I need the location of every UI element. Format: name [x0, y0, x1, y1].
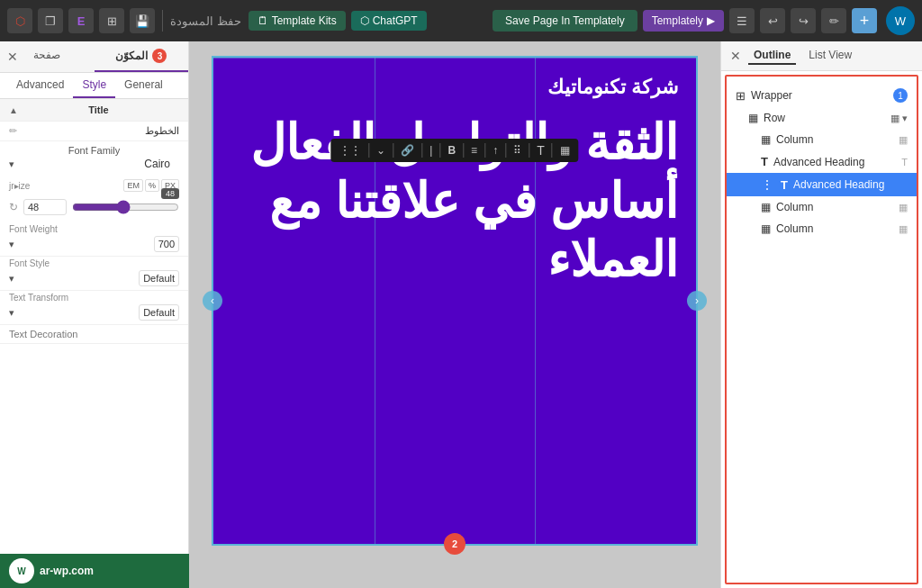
font-weight-label: Font Weight [9, 224, 179, 234]
subtab-style[interactable]: Style [73, 73, 115, 98]
canvas-resize-handle-2[interactable]: 2 [444, 533, 466, 555]
subtab-advanced[interactable]: Advanced [7, 73, 73, 98]
right-panel: ✕ Outline List View ⊞ Wrapper 1 ▦ Row ▦ … [720, 41, 922, 588]
wordpress-button[interactable]: W [886, 6, 915, 35]
canvas-menu-btn[interactable]: ⋮⋮ [336, 142, 365, 158]
tree-item-column-2[interactable]: ▦ Column ▦ [727, 196, 917, 218]
top-toolbar: ⬡ ❐ E ⊞ 💾 حفظ المسودة 🗒 Template Kits ⬡ … [0, 0, 922, 41]
wp-icon: W [895, 14, 906, 28]
add-button[interactable]: + [852, 8, 877, 33]
undo-button[interactable]: ↩ [760, 8, 785, 33]
canvas-area: ⋮⋮ ⌄ 🔗 | B ≡ ↑ ⠿ T ▦ [189, 41, 720, 588]
right-panel-header: ✕ Outline List View [721, 41, 922, 71]
title-section-header[interactable]: ▲ Title [0, 99, 188, 122]
font-weight-value[interactable]: 700 [154, 236, 179, 252]
em-unit-btn[interactable]: EM [123, 179, 143, 192]
canvas-drag-btn[interactable]: ⠿ [510, 142, 525, 158]
font-style-dropdown[interactable]: ▾ [9, 273, 14, 285]
adv-heading-active-icon: T [781, 178, 788, 192]
canvas-type-btn[interactable]: T [533, 141, 548, 159]
font-dropdown-arrow[interactable]: ▾ [9, 158, 14, 170]
left-panel: ✕ صفحة المكوّن 3 Advanced Style General … [0, 41, 189, 588]
text-transform-value[interactable]: Default [139, 304, 179, 321]
size-input[interactable]: 48 [23, 199, 67, 215]
row-icon: ▦ [748, 112, 758, 124]
edit-button[interactable]: ✏ [821, 8, 846, 33]
redo-button[interactable]: ↪ [791, 8, 816, 33]
size-input-row: ↻ 48 48 [0, 195, 188, 222]
hamburger-button[interactable]: ☰ [729, 8, 755, 33]
main-layout: ✕ صفحة المكوّن 3 Advanced Style General … [0, 41, 922, 588]
text-transform-row: Text Transform ▾ Default [0, 291, 188, 325]
canvas-wrapper: شركة تكنوماتيك الثقة والتواصل الفعال أسا… [212, 56, 698, 546]
canvas-link-btn[interactable]: 🔗 [397, 142, 418, 158]
font-family-label-row: Font Family [0, 141, 188, 156]
tab-list-view[interactable]: List View [803, 47, 857, 65]
bottom-watermark: W ar-wp.com [0, 554, 189, 588]
canvas-up-btn[interactable]: ↑ [489, 142, 502, 158]
canvas-cols-btn[interactable]: ▦ [556, 142, 574, 158]
chatgpt-button[interactable]: ⬡ ChatGPT [351, 11, 427, 31]
adv-heading-parent-icon: T [761, 155, 768, 168]
save-page-button[interactable]: Save Page In Templately [493, 10, 637, 32]
font-weight-dropdown[interactable]: ▾ [9, 239, 14, 250]
text-decoration-label: Text Decoration [9, 329, 77, 339]
col1-icon-right: ▦ [899, 134, 908, 146]
tree-item-adv-heading-active[interactable]: ⋮ T Advanced Heading [727, 173, 917, 196]
tab-outline[interactable]: Outline [748, 47, 796, 65]
font-family-value[interactable]: Cairo [135, 156, 179, 172]
col2-icon-right: ▦ [899, 202, 908, 213]
size-slider[interactable] [72, 197, 179, 217]
collapse-icon: ❐ [45, 14, 56, 28]
canvas-align-btn[interactable]: ≡ [467, 142, 481, 158]
font-style-row: Font Style ▾ Default [0, 257, 188, 291]
collapse-panel-btn[interactable]: ❐ [38, 8, 63, 33]
row-expand-btn[interactable]: ▦ ▾ [890, 113, 908, 124]
elementor-logo-btn[interactable]: ⬡ [7, 8, 32, 33]
watermark-logo-letter: W [17, 566, 25, 576]
tree-item-row[interactable]: ▦ Row ▦ ▾ [727, 107, 917, 129]
draft-button[interactable]: حفظ المسودة [170, 14, 241, 28]
tree-item-column-3[interactable]: ▦ Column ▦ [727, 218, 917, 240]
section-chevron: ▲ [9, 105, 18, 115]
tab-element[interactable]: المكوّن 3 [95, 41, 189, 72]
sub-tabs: Advanced Style General [0, 73, 188, 99]
tree-item-column-1[interactable]: ▦ Column ▦ [727, 129, 917, 150]
text-transform-label: Text Transform [9, 293, 179, 303]
tree-item-adv-heading-parent[interactable]: T Advanced Heading T [727, 150, 917, 173]
percent-unit-btn[interactable]: % [145, 179, 159, 192]
close-panel-button[interactable]: ✕ [7, 50, 18, 64]
templately-button[interactable]: Templately ▶ [643, 10, 724, 32]
col3-icon: ▦ [761, 222, 771, 235]
canvas-expand-btn[interactable]: ⌄ [373, 142, 389, 158]
wrapper-icon: ⊞ [736, 89, 746, 103]
template-kits-button[interactable]: 🗒 Template Kits [249, 11, 346, 31]
adv-heading-type-icon: T [901, 157, 908, 167]
close-right-panel-button[interactable]: ✕ [730, 49, 741, 63]
font-style-value[interactable]: Default [139, 270, 179, 286]
canvas-right-handle[interactable]: › [687, 291, 707, 311]
watermark-text: ar-wp.com [40, 565, 94, 577]
grid-icon-btn[interactable]: ⊞ [99, 8, 124, 33]
adv-heading-active-label: Advanced Heading [793, 178, 884, 191]
elementor-icon-btn[interactable]: E [68, 8, 94, 33]
active-item-dots: ⋮ [761, 177, 773, 192]
ct-sep-3 [421, 143, 422, 158]
save-icon-btn[interactable]: 💾 [130, 8, 155, 33]
subtab-general[interactable]: General [115, 73, 172, 98]
canvas-divider-btn[interactable]: | [426, 142, 436, 158]
e-icon: E [77, 14, 86, 28]
tree-item-wrapper[interactable]: ⊞ Wrapper 1 [727, 84, 917, 107]
canvas-left-handle[interactable]: ‹ [203, 291, 222, 311]
arabic-label: الخطوط [145, 125, 179, 137]
ct-sep-8 [529, 143, 529, 158]
templately-icon: ▶ [707, 14, 715, 27]
save-icon: 💾 [135, 14, 149, 28]
element-badge: 3 [152, 49, 167, 63]
text-transform-dropdown[interactable]: ▾ [9, 307, 14, 319]
canvas-bold-btn[interactable]: B [444, 142, 459, 158]
reset-size-btn[interactable]: ↻ [9, 201, 18, 213]
template-kits-icon: 🗒 [258, 14, 268, 27]
right-panel-content: ⊞ Wrapper 1 ▦ Row ▦ ▾ ▦ Column ▦ T Advan… [725, 75, 918, 584]
chatgpt-icon: ⬡ [360, 14, 369, 27]
